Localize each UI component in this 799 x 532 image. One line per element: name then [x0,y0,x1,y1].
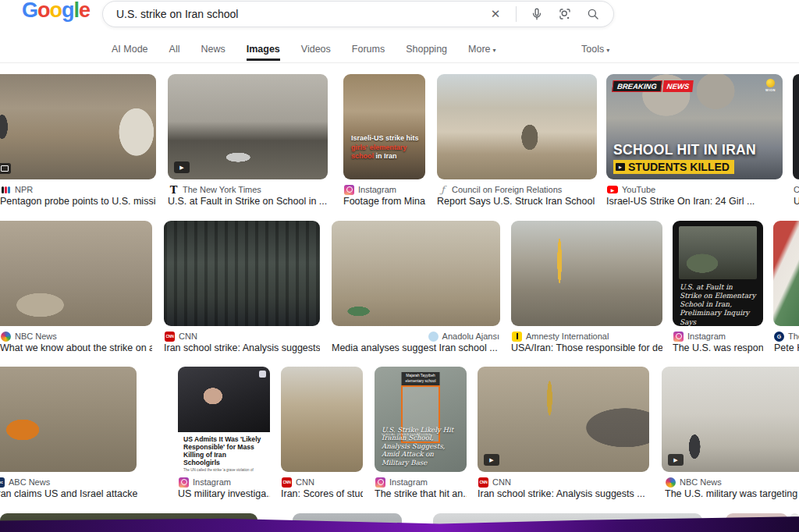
slideshow-icon [0,163,11,174]
result-source[interactable]: C [794,184,799,195]
image-result-instagram-vertical[interactable]: Israeli-US strike hits girls' elementary… [343,74,425,179]
result-tabs: AI Mode All News Images Videos Forums Sh… [112,44,496,55]
breaking-news-badge: BREAKING NEWS [612,80,694,92]
result-title[interactable]: Pete H [774,342,799,356]
card-headline: U.S. Strike Likely Hit Iranian School, A… [382,426,463,466]
abc-news-icon: abc [0,477,5,488]
result-source[interactable]: ƒ Council on Foreign Relations [438,184,597,195]
nbc-icon [666,477,676,488]
nyt-icon: T [169,185,179,195]
card-headline: US Admits It Was 'Likely Responsible' fo… [178,432,270,469]
result-title[interactable]: Iran: Scores of stud... [281,488,363,502]
image-result-cnn-vertical[interactable] [281,367,363,472]
image-result-anadolu[interactable] [332,221,500,326]
result-title[interactable]: USA/Iran: Those responsible for de... [511,342,662,356]
image-result-flag-clipped[interactable] [773,221,799,326]
play-icon: ▶ [484,454,499,466]
result-source[interactable]: T The New York Times [169,184,327,195]
image-result-nyt[interactable]: ▶ [168,74,328,179]
result-title[interactable]: The strike that hit an... [375,488,467,502]
result-source[interactable]: Amnesty International [512,331,662,342]
result-source[interactable]: abc ABC News [0,477,137,488]
google-logo[interactable]: Google [22,0,90,23]
result-source[interactable]: NPR [1,184,155,195]
image-result-npr[interactable] [0,74,156,179]
instagram-icon [179,477,189,488]
tab-all[interactable]: All [169,44,180,55]
image-result-instagram-card[interactable]: U.S. at Fault in Strike on Elementary Sc… [673,221,763,326]
result-title[interactable]: Iran school strike: Analysis suggests ..… [478,488,649,502]
result-source[interactable]: ▶ YouTube [607,184,782,195]
tab-forums[interactable]: Forums [352,44,385,55]
result-source[interactable]: CNN CNN [282,477,362,488]
result-source[interactable]: Instagram [179,477,269,488]
result-source[interactable]: Instagram [375,477,466,488]
result-source[interactable]: CNN CNN [165,331,319,342]
result-title[interactable]: Iran claims US and Israel attacked a ... [0,488,137,502]
result-title[interactable]: Footage from Mina... [343,196,426,209]
image-result-instagram-mourning[interactable]: US Admits It Was 'Likely Responsible' fo… [178,367,270,472]
result-title[interactable]: U.S. at Fault in Strike on School in ... [168,196,328,209]
result-title[interactable]: US military investiga... [178,488,270,502]
card-subtext: The UN called the strike 'a grave violat… [178,468,270,472]
image-result-abc[interactable] [0,367,137,472]
tab-videos[interactable]: Videos [301,44,331,55]
image-result-nbc[interactable] [0,221,152,326]
search-input[interactable] [103,8,488,20]
tab-shopping[interactable]: Shopping [406,44,447,55]
image-result-clipped[interactable] [793,74,799,179]
card-photo [679,226,757,279]
result-title[interactable]: What we know about the strike on a ... [0,342,152,356]
result-title[interactable]: U [794,196,799,209]
google-lens-icon[interactable] [557,6,573,22]
npr-icon [1,185,11,195]
image-result-youtube[interactable]: BREAKING NEWS WION SCHOOL HIT IN IRAN ▶S… [606,74,783,179]
result-source[interactable]: Instagram [344,184,425,195]
cfr-icon: ƒ [438,185,448,195]
result-source[interactable]: Anadolu Ajansı [332,331,499,342]
result-title[interactable]: Pentagon probe points to U.S. missile ..… [0,196,156,209]
search-bar-icons: ✕ [488,6,613,22]
tab-news[interactable]: News [201,44,225,55]
tab-images[interactable]: Images [247,44,280,61]
wion-logo: WION [765,79,776,92]
image-result-amnesty[interactable] [511,221,662,326]
image-result-cnn-wide[interactable]: ▶ [478,367,649,472]
tab-ai-mode[interactable]: AI Mode [112,44,148,55]
card-photo [178,367,270,432]
play-icon: ▶ [616,163,625,171]
result-title[interactable]: The U.S. military was targeting an a [665,488,799,502]
chevron-down-icon: ▾ [493,47,496,54]
youtube-icon: ▶ [607,186,618,193]
result-title[interactable]: Media analyses suggest Iran school ... [332,342,500,356]
outlet-logo [259,371,266,378]
image-result-instagram-aerial[interactable]: Majarah Tayyibehelementary school VISUAL… [375,367,467,472]
search-icon[interactable] [585,6,601,22]
instagram-icon [375,477,385,488]
clear-icon[interactable]: ✕ [488,6,503,22]
result-source[interactable]: G The [774,331,799,342]
tab-more[interactable]: More▾ [468,44,496,55]
card-text-area: US Admits It Was 'Likely Responsible' fo… [178,432,270,472]
play-icon: ▶ [668,454,684,466]
result-source[interactable]: CNN CNN [478,477,648,488]
thumbnail-overlay-text: Israeli-US strike hits girls' elementary… [351,134,419,161]
image-result-nbc-building[interactable]: ▶ [662,367,799,472]
amnesty-icon [512,332,522,342]
image-result-cnn-building[interactable] [164,221,320,326]
result-source[interactable]: NBC News [666,477,799,488]
microphone-icon[interactable] [529,6,545,22]
card-headline: U.S. at Fault in Strike on Elementary Sc… [673,283,763,327]
instagram-icon [673,332,684,342]
image-result-cfr[interactable] [437,74,597,179]
result-source[interactable]: NBC News [1,331,151,342]
nbc-icon [1,332,11,342]
result-title[interactable]: Iran school strike: Analysis suggests ..… [164,342,320,356]
cnn-icon: CNN [478,477,488,488]
header-divider [0,62,799,63]
tools-button[interactable]: Tools▾ [581,44,609,55]
result-source[interactable]: Instagram [673,331,762,342]
result-title[interactable]: Israel-US Strike On Iran: 24 Girl ... [606,196,783,209]
result-title[interactable]: Report Says U.S. Struck Iran School ... [437,196,597,209]
result-title[interactable]: The U.S. was respon... [673,342,763,356]
